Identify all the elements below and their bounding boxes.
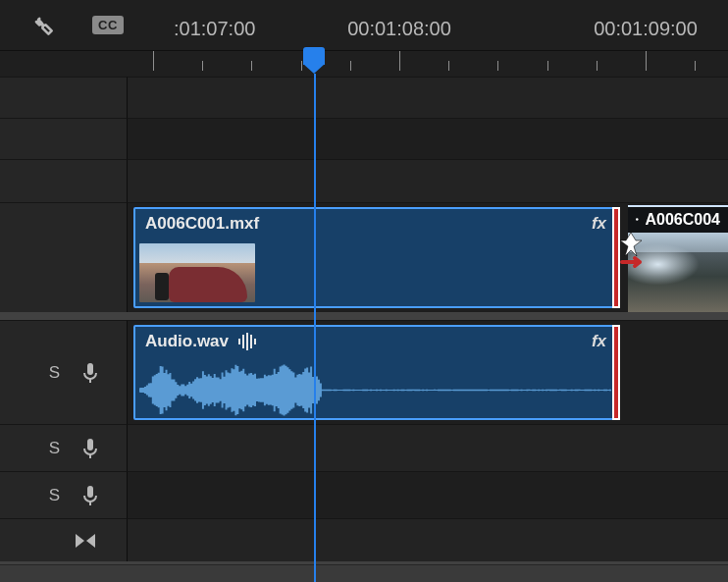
clip-thumbnail (628, 233, 728, 312)
ruler-label: 00:01:09:00 (594, 18, 698, 40)
trim-handle-out[interactable] (612, 325, 620, 420)
time-ruler[interactable]: :01:07:00 00:01:08:00 00:01:09:00 (128, 0, 728, 77)
video-clip-a006c001[interactable]: A006C001.mxf fx (133, 207, 618, 308)
video-clip-a006c004[interactable]: A006C004 (628, 205, 728, 312)
av-divider[interactable] (0, 312, 728, 320)
svg-marker-9 (86, 534, 95, 548)
video-track-v1[interactable]: A006C001.mxf fx A006C004 (128, 202, 728, 312)
video-track-header-v1[interactable] (0, 202, 128, 312)
video-track-spacer-row (128, 159, 728, 202)
video-track-header-v2[interactable] (0, 118, 128, 159)
video-track-v3[interactable] (128, 77, 728, 118)
audio-clip-audio-wav[interactable]: Audio.wav fx (133, 325, 618, 420)
svg-marker-8 (76, 534, 84, 548)
ruler-label: 00:01:08:00 (347, 18, 451, 40)
video-track-v2[interactable] (128, 118, 728, 159)
audio-track-a3[interactable] (128, 471, 728, 518)
clip-header: A006C004 (628, 207, 728, 233)
captions-button[interactable]: CC (92, 16, 124, 34)
svg-rect-2 (87, 363, 93, 375)
tracks-container: A006C001.mxf fx A006C004 S (0, 77, 728, 582)
clip-header: A006C001.mxf fx (135, 209, 616, 238)
svg-rect-6 (87, 486, 93, 498)
clip-name: Audio.wav (145, 332, 229, 351)
marker-dot-icon (636, 213, 640, 227)
solo-button[interactable]: S (49, 486, 60, 505)
audio-bars-icon (238, 333, 256, 350)
mic-icon[interactable] (81, 438, 99, 459)
fx-icon: fx (592, 214, 606, 234)
audio-track-header-a2[interactable]: S (0, 424, 128, 471)
svg-point-1 (636, 218, 639, 221)
snap-icon[interactable] (74, 532, 97, 550)
audio-track-header-a3[interactable]: S (0, 471, 128, 518)
clip-name: A006C004 (646, 211, 721, 229)
playhead-handle[interactable] (303, 47, 325, 65)
video-track-spacer (0, 159, 128, 202)
solo-button[interactable]: S (49, 363, 60, 383)
fx-icon: fx (592, 332, 606, 351)
wrench-icon[interactable] (29, 12, 57, 39)
ruler-ticks (128, 51, 728, 73)
video-track-header-v3[interactable] (0, 77, 128, 118)
audio-track-a2[interactable] (128, 424, 728, 471)
audio-track-a1[interactable]: Audio.wav fx (128, 320, 728, 424)
svg-rect-4 (87, 439, 93, 450)
timeline-scrollbar[interactable] (0, 564, 728, 582)
clip-header: Audio.wav fx (135, 327, 616, 356)
clip-name: A006C001.mxf (145, 214, 259, 234)
ruler-label: :01:07:00 (174, 18, 255, 40)
solo-button[interactable]: S (49, 439, 60, 458)
ruler-labels: :01:07:00 00:01:08:00 00:01:09:00 (128, 18, 728, 37)
audio-waveform (139, 360, 612, 420)
mic-icon[interactable] (81, 362, 99, 384)
snap-row (128, 518, 728, 561)
clip-thumbnail (139, 243, 255, 302)
trim-handle-out[interactable] (612, 207, 620, 308)
snap-row-header[interactable] (0, 518, 128, 561)
audio-track-header-a1[interactable]: S (0, 320, 128, 424)
mic-icon[interactable] (81, 485, 99, 506)
